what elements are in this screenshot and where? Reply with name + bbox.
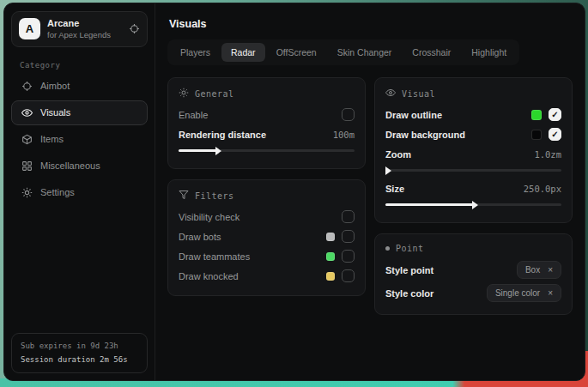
draw-outline-checkbox[interactable] bbox=[549, 108, 561, 121]
tab-offscreen[interactable]: OffScreen bbox=[267, 43, 326, 62]
tab-players[interactable]: Players bbox=[171, 43, 220, 62]
enable-row: Enable bbox=[179, 105, 355, 124]
game-backdrop: A Arcane for Apex Legends Category bbox=[0, 0, 588, 387]
draw-background-row: Draw background bbox=[385, 124, 561, 144]
zoom-row: Zoom 1.0zm bbox=[385, 144, 561, 164]
gear-icon bbox=[21, 187, 33, 198]
zoom-label: Zoom bbox=[385, 149, 527, 160]
tab-highlight[interactable]: Highlight bbox=[462, 43, 516, 62]
size-value: 250.0px bbox=[524, 184, 561, 194]
clear-icon[interactable]: × bbox=[548, 288, 553, 298]
style-point-select[interactable]: Box × bbox=[517, 261, 561, 279]
draw-outline-row: Draw outline bbox=[385, 105, 561, 124]
style-color-label: Style color bbox=[385, 288, 480, 299]
style-point-value: Box bbox=[525, 265, 540, 275]
draw-knocked-color-swatch[interactable] bbox=[326, 272, 335, 281]
visibility-check-row: Visibility check bbox=[179, 207, 355, 227]
sub-expiry-text: Sub expires in 9d 23h bbox=[21, 340, 138, 353]
session-duration-text: Session duration 2m 56s bbox=[21, 354, 138, 366]
enable-label: Enable bbox=[179, 110, 335, 120]
draw-knocked-label: Draw knocked bbox=[179, 271, 319, 281]
sidebar-item-label: Visuals bbox=[40, 107, 70, 118]
slider-thumb[interactable] bbox=[472, 201, 478, 209]
rendering-distance-value: 100m bbox=[333, 130, 355, 140]
panels-area: General Enable Rendering distance 100m bbox=[155, 65, 585, 315]
subscription-info: Sub expires in 9d 23h Session duration 2… bbox=[11, 333, 148, 373]
arcane-menu-window: A Arcane for Apex Legends Category bbox=[3, 3, 585, 381]
draw-teammates-label: Draw teammates bbox=[179, 251, 319, 262]
draw-bots-row: Draw bots bbox=[179, 227, 355, 246]
tab-crosshair[interactable]: Crosshair bbox=[403, 43, 460, 62]
panel-title: General bbox=[195, 89, 234, 99]
draw-knocked-row: Draw knocked bbox=[179, 266, 355, 286]
sidebar-item-label: Aimbot bbox=[40, 81, 70, 91]
draw-teammates-color-swatch[interactable] bbox=[326, 252, 335, 261]
draw-outline-label: Draw outline bbox=[385, 110, 524, 120]
sidebar-nav: Aimbot Visuals Ite bbox=[4, 73, 155, 206]
clear-icon[interactable]: × bbox=[548, 265, 553, 275]
panel-title: Visual bbox=[402, 89, 435, 99]
gear-icon bbox=[179, 88, 189, 100]
box-icon bbox=[21, 134, 33, 145]
sidebar-item-aimbot[interactable]: Aimbot bbox=[11, 74, 148, 99]
style-color-select[interactable]: Single color × bbox=[487, 284, 561, 302]
rendering-distance-slider[interactable] bbox=[179, 145, 355, 155]
sidebar-item-settings[interactable]: Settings bbox=[11, 180, 148, 205]
draw-knocked-checkbox[interactable] bbox=[342, 269, 355, 282]
sidebar-item-label: Settings bbox=[40, 187, 75, 197]
general-panel: General Enable Rendering distance 100m bbox=[167, 77, 366, 169]
draw-bots-checkbox[interactable] bbox=[342, 230, 355, 243]
category-label: Category bbox=[20, 61, 155, 70]
page-title: Visuals bbox=[155, 3, 585, 39]
app-logo: A bbox=[19, 18, 40, 39]
sidebar-item-label: Miscellaneous bbox=[40, 160, 100, 171]
slider-thumb[interactable] bbox=[215, 147, 221, 155]
visibility-check-checkbox[interactable] bbox=[342, 210, 355, 223]
point-panel: Point Style point Box × Style color bbox=[374, 233, 573, 315]
style-point-label: Style point bbox=[385, 265, 510, 275]
brand-card: A Arcane for Apex Legends bbox=[11, 11, 148, 47]
sidebar: A Arcane for Apex Legends Category bbox=[4, 3, 155, 380]
style-color-row: Style color Single color × bbox=[385, 281, 561, 305]
app-title: Arcane bbox=[47, 18, 122, 30]
draw-bots-label: Draw bots bbox=[179, 232, 319, 242]
draw-background-checkbox[interactable] bbox=[549, 128, 561, 141]
rendering-distance-label: Rendering distance bbox=[179, 130, 326, 140]
size-slider[interactable] bbox=[385, 199, 561, 209]
crosshair-icon[interactable] bbox=[129, 23, 140, 34]
visibility-check-label: Visibility check bbox=[179, 212, 335, 222]
app-subtitle: for Apex Legends bbox=[47, 30, 122, 40]
visuals-tabbar: Players Radar OffScreen Skin Changer Cro… bbox=[167, 39, 519, 65]
eye-icon bbox=[385, 88, 396, 100]
eye-icon bbox=[21, 107, 33, 118]
grid-icon bbox=[21, 160, 33, 172]
style-point-row: Style point Box × bbox=[385, 258, 561, 281]
sidebar-item-items[interactable]: Items bbox=[11, 127, 148, 152]
target-icon bbox=[21, 81, 33, 92]
style-color-value: Single color bbox=[495, 288, 540, 298]
draw-bots-color-swatch[interactable] bbox=[326, 233, 335, 241]
draw-teammates-row: Draw teammates bbox=[179, 246, 355, 266]
enable-checkbox[interactable] bbox=[342, 108, 355, 121]
draw-outline-color-swatch[interactable] bbox=[531, 110, 542, 120]
panel-title: Filters bbox=[195, 191, 234, 201]
panel-title: Point bbox=[396, 244, 424, 253]
zoom-value: 1.0zm bbox=[534, 149, 561, 160]
visual-panel: Visual Draw outline Draw background bbox=[374, 77, 573, 223]
slider-thumb[interactable] bbox=[385, 166, 391, 175]
filters-panel: Filters Visibility check Draw bots bbox=[167, 179, 366, 296]
sidebar-item-visuals[interactable]: Visuals bbox=[11, 100, 148, 125]
draw-background-color-swatch[interactable] bbox=[531, 130, 542, 140]
tab-skin-changer[interactable]: Skin Changer bbox=[328, 43, 402, 62]
main-content: Visuals Players Radar OffScreen Skin Cha… bbox=[155, 3, 585, 380]
size-label: Size bbox=[385, 184, 517, 194]
size-row: Size 250.0px bbox=[385, 178, 561, 198]
tab-radar[interactable]: Radar bbox=[221, 43, 265, 62]
dot-icon bbox=[385, 246, 390, 251]
draw-teammates-checkbox[interactable] bbox=[342, 250, 355, 263]
zoom-slider[interactable] bbox=[385, 165, 561, 175]
sidebar-item-miscellaneous[interactable]: Miscellaneous bbox=[11, 154, 148, 178]
draw-background-label: Draw background bbox=[385, 130, 524, 140]
filter-icon bbox=[179, 190, 189, 202]
sidebar-item-label: Items bbox=[40, 134, 64, 144]
